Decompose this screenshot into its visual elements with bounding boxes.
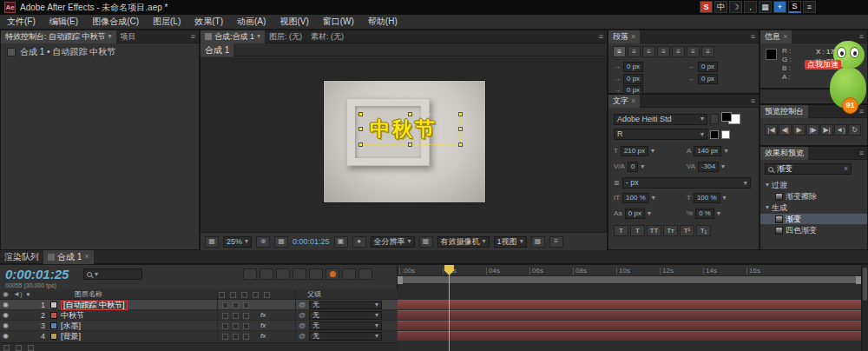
align-center-button[interactable]: ≡: [628, 46, 641, 57]
tab-info[interactable]: 信息 ×: [760, 30, 792, 43]
effect-controls-entry[interactable]: 合成 1 • 自动跟踪 中秋节: [1, 43, 199, 61]
timeline-search-input[interactable]: ▾: [83, 268, 142, 280]
work-area-start-handle[interactable]: [398, 276, 403, 284]
space-after-field[interactable]: ← 0 px: [688, 74, 718, 84]
previous-frame-button[interactable]: ◀|: [779, 124, 792, 136]
mask-visibility-icon[interactable]: ▦: [274, 236, 288, 248]
effects-search-input[interactable]: 渐变 ×: [765, 163, 852, 175]
chevron-down-icon[interactable]: ▾: [723, 195, 727, 202]
quality-switch[interactable]: [222, 334, 228, 340]
chevron-down-icon[interactable]: ▾: [652, 195, 655, 202]
expand-icon[interactable]: ▾: [766, 182, 769, 189]
tray-s-icon[interactable]: S: [788, 1, 801, 13]
selection-handle[interactable]: [358, 112, 363, 116]
baseline-shift-value[interactable]: 0 px: [625, 209, 645, 219]
close-icon[interactable]: ×: [631, 33, 635, 41]
tsume-dropdown[interactable]: - px ▾: [622, 177, 751, 189]
timeline-track-area[interactable]: :00s 02s 04s 06s 08s 10s 12s 14s 16s: [398, 265, 861, 351]
indent-right-field[interactable]: ← 0 px: [688, 62, 718, 72]
chevron-down-icon[interactable]: ▾: [648, 210, 651, 217]
composition-canvas[interactable]: 中秋节: [324, 81, 485, 202]
panel-menu-icon[interactable]: ≡: [856, 149, 867, 157]
selection-handle[interactable]: [458, 112, 463, 116]
font-family-dropdown[interactable]: Adobe Heiti Std ▾: [614, 114, 707, 125]
tab-timeline-comp1[interactable]: 合成 1 ×: [43, 250, 94, 264]
small-caps-button[interactable]: Tт: [663, 225, 678, 236]
faux-italic-button[interactable]: T: [630, 225, 645, 236]
tab-effect-controls[interactable]: 特效控制台: 自动跟踪 中秋节 ▾: [1, 30, 116, 43]
view-layout-dropdown[interactable]: 1视图 ▾: [494, 236, 527, 248]
comp-timecode[interactable]: 0:00:01:25: [293, 238, 330, 246]
collapse-switch[interactable]: [233, 334, 239, 340]
kerning-value[interactable]: 0: [628, 162, 638, 172]
brainstorm-icon[interactable]: [326, 268, 339, 280]
tab-layer[interactable]: 图层: (无): [265, 30, 306, 43]
chevron-down-icon[interactable]: ▾: [108, 33, 112, 40]
ime-moon-icon[interactable]: ☽: [729, 1, 742, 13]
justify-last-right-button[interactable]: ≡: [687, 46, 700, 57]
small-stroke-swatch[interactable]: [721, 130, 730, 139]
tab-footage[interactable]: 素材: (无): [306, 30, 348, 43]
pickwhip-icon[interactable]: @: [299, 312, 306, 319]
indent-right-value[interactable]: 0 px: [698, 62, 718, 72]
layer-bar-4[interactable]: [398, 331, 861, 341]
visibility-toggle[interactable]: ◉: [3, 301, 9, 308]
close-icon[interactable]: ×: [84, 253, 89, 261]
layer-row-2[interactable]: ◉ 2 中秋节 fx @ 无▾: [0, 310, 398, 321]
space-after-value[interactable]: 0 px: [698, 74, 718, 84]
tsume-field[interactable]: ≣ - px ▾: [614, 177, 751, 189]
ime-lang-icon[interactable]: 中: [714, 1, 727, 13]
kerning-field[interactable]: V/A 0 ▾: [614, 162, 644, 172]
scrollbar-thumb[interactable]: [863, 268, 867, 301]
pickwhip-icon[interactable]: @: [299, 301, 306, 308]
pickwhip-icon[interactable]: @: [299, 322, 306, 329]
mascot-badge[interactable]: 91: [842, 97, 858, 114]
quality-switch[interactable]: [222, 323, 228, 329]
horizontal-scale-field[interactable]: T 100 % ▾: [687, 193, 727, 203]
justify-last-center-button[interactable]: ≡: [672, 46, 685, 57]
tab-paragraph[interactable]: 段落 ×: [608, 30, 640, 43]
safe-zones-icon[interactable]: ⊕: [256, 236, 270, 248]
proportional-spacing-value[interactable]: 0 %: [695, 209, 714, 219]
layer-bar-1[interactable]: [398, 300, 861, 309]
panel-menu-icon[interactable]: ≡: [595, 33, 607, 41]
last-frame-button[interactable]: ▶|: [820, 124, 833, 136]
justify-all-button[interactable]: ≡: [701, 46, 714, 57]
ime-tool-icon[interactable]: +: [773, 1, 786, 13]
layer-bar-2[interactable]: [398, 310, 861, 320]
timeline-button-icon[interactable]: ≡: [549, 236, 563, 248]
parent-dropdown[interactable]: 无▾: [309, 301, 382, 309]
label-color-swatch[interactable]: [50, 322, 57, 329]
play-button[interactable]: ▶: [792, 124, 806, 136]
expand-layer-switches-icon[interactable]: [3, 345, 10, 351]
region-of-interest-icon[interactable]: ▦: [205, 236, 219, 248]
tab-character[interactable]: 文字 ×: [608, 95, 640, 108]
font-size-field[interactable]: T 210 px ▾: [614, 146, 654, 156]
subtab-comp1[interactable]: 合成 1: [201, 43, 233, 56]
effect-item-gradient[interactable]: 渐变: [760, 214, 867, 224]
motion-blur-icon[interactable]: [309, 268, 323, 280]
layer-name[interactable]: [背景]: [61, 333, 81, 341]
font-style-dropdown[interactable]: R ▾: [614, 129, 707, 140]
tab-effects-presets[interactable]: 效果和预览: [760, 147, 808, 160]
align-right-button[interactable]: ≡: [642, 46, 655, 57]
label-color-swatch[interactable]: [50, 301, 57, 308]
font-size-value[interactable]: 210 px: [621, 146, 648, 156]
baseline-shift-field[interactable]: Aa 0 px ▾: [614, 209, 651, 219]
tab-render-queue[interactable]: 渲染队列: [0, 250, 43, 264]
selection-handle[interactable]: [458, 142, 463, 147]
selection-handle[interactable]: [458, 127, 463, 131]
menu-composition[interactable]: 图像合成(C): [85, 15, 146, 30]
menu-window[interactable]: 窗口(W): [316, 15, 361, 30]
menu-help[interactable]: 帮助(H): [361, 15, 404, 30]
leading-field[interactable]: A 140 px ▾: [687, 146, 727, 156]
faux-bold-button[interactable]: T: [614, 225, 628, 236]
resolution-dropdown[interactable]: 全分辨率 ▾: [371, 236, 415, 248]
sogou-s-icon[interactable]: S: [700, 1, 713, 13]
effect-item-gradient-wipe[interactable]: 渐变擦除: [760, 191, 867, 202]
parent-dropdown[interactable]: 无▾: [309, 311, 382, 320]
space-before-field[interactable]: → 0 px: [614, 74, 643, 84]
label-color-swatch[interactable]: [50, 312, 57, 319]
layer-name[interactable]: 中秋节: [61, 312, 84, 320]
selection-handle[interactable]: [358, 142, 363, 147]
